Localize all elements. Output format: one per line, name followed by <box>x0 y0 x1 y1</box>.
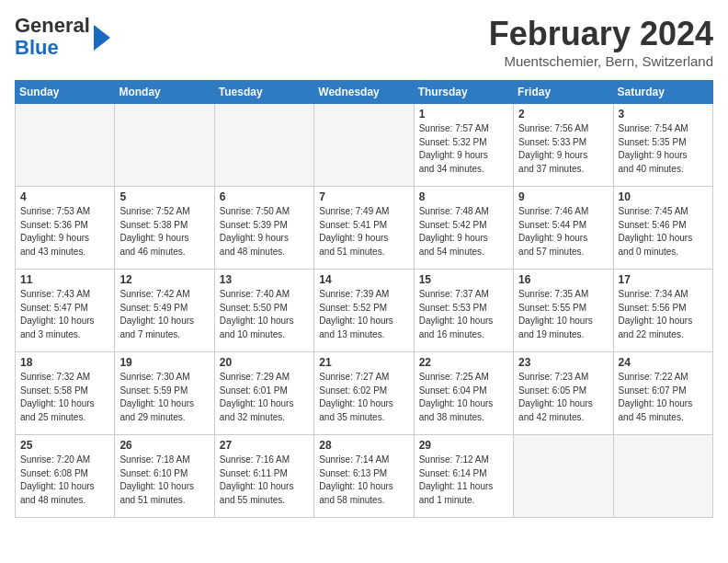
calendar-day-cell: 9Sunrise: 7:46 AM Sunset: 5:44 PM Daylig… <box>514 187 613 270</box>
calendar-day-cell: 4Sunrise: 7:53 AM Sunset: 5:36 PM Daylig… <box>16 187 115 270</box>
calendar-week-row: 25Sunrise: 7:20 AM Sunset: 6:08 PM Dayli… <box>16 435 713 518</box>
calendar-week-row: 11Sunrise: 7:43 AM Sunset: 5:47 PM Dayli… <box>16 270 713 352</box>
calendar-day-cell: 3Sunrise: 7:54 AM Sunset: 5:35 PM Daylig… <box>613 104 712 187</box>
calendar-day-cell: 13Sunrise: 7:40 AM Sunset: 5:50 PM Dayli… <box>214 270 313 352</box>
calendar-day-cell: 12Sunrise: 7:42 AM Sunset: 5:49 PM Dayli… <box>115 270 214 352</box>
calendar-day-cell: 23Sunrise: 7:23 AM Sunset: 6:05 PM Dayli… <box>514 352 613 435</box>
day-number: 28 <box>319 439 408 452</box>
location-subtitle: Muentschemier, Bern, Switzerland <box>489 53 713 69</box>
day-info: Sunrise: 7:22 AM Sunset: 6:07 PM Dayligh… <box>619 371 708 424</box>
day-info: Sunrise: 7:34 AM Sunset: 5:56 PM Dayligh… <box>619 288 708 341</box>
calendar-weekday-header: Saturday <box>613 81 712 104</box>
day-info: Sunrise: 7:16 AM Sunset: 6:11 PM Dayligh… <box>220 454 309 507</box>
day-number: 17 <box>619 273 708 286</box>
calendar-day-cell: 27Sunrise: 7:16 AM Sunset: 6:11 PM Dayli… <box>214 435 313 518</box>
calendar-weekday-header: Tuesday <box>214 81 313 104</box>
month-year-title: February 2024 <box>489 15 713 53</box>
calendar-day-cell <box>613 435 712 518</box>
calendar-week-row: 1Sunrise: 7:57 AM Sunset: 5:32 PM Daylig… <box>16 104 713 187</box>
calendar-header-row: SundayMondayTuesdayWednesdayThursdayFrid… <box>16 81 713 104</box>
day-number: 27 <box>220 439 309 452</box>
day-number: 3 <box>619 108 708 121</box>
calendar-day-cell <box>314 104 414 187</box>
calendar-day-cell: 29Sunrise: 7:12 AM Sunset: 6:14 PM Dayli… <box>414 435 513 518</box>
day-number: 21 <box>319 356 408 369</box>
day-number: 13 <box>220 273 309 286</box>
day-number: 15 <box>419 273 508 286</box>
calendar-day-cell: 8Sunrise: 7:48 AM Sunset: 5:42 PM Daylig… <box>414 187 513 270</box>
day-info: Sunrise: 7:46 AM Sunset: 5:44 PM Dayligh… <box>518 205 608 259</box>
calendar-day-cell <box>514 435 613 518</box>
calendar-day-cell: 7Sunrise: 7:49 AM Sunset: 5:41 PM Daylig… <box>314 187 414 270</box>
calendar-day-cell: 15Sunrise: 7:37 AM Sunset: 5:53 PM Dayli… <box>414 270 513 352</box>
calendar-weekday-header: Thursday <box>414 81 513 104</box>
calendar-day-cell: 5Sunrise: 7:52 AM Sunset: 5:38 PM Daylig… <box>115 187 214 270</box>
calendar-day-cell <box>115 104 214 187</box>
day-info: Sunrise: 7:39 AM Sunset: 5:52 PM Dayligh… <box>319 288 408 341</box>
day-number: 26 <box>119 439 209 452</box>
day-info: Sunrise: 7:12 AM Sunset: 6:14 PM Dayligh… <box>419 454 508 507</box>
day-number: 25 <box>20 439 109 452</box>
day-number: 11 <box>20 273 109 286</box>
day-info: Sunrise: 7:27 AM Sunset: 6:02 PM Dayligh… <box>319 371 408 424</box>
day-info: Sunrise: 7:35 AM Sunset: 5:55 PM Dayligh… <box>518 288 608 341</box>
calendar-day-cell: 17Sunrise: 7:34 AM Sunset: 5:56 PM Dayli… <box>613 270 712 352</box>
calendar-weekday-header: Sunday <box>16 81 115 104</box>
day-info: Sunrise: 7:43 AM Sunset: 5:47 PM Dayligh… <box>20 288 109 341</box>
day-info: Sunrise: 7:54 AM Sunset: 5:35 PM Dayligh… <box>619 122 708 176</box>
calendar-weekday-header: Wednesday <box>314 81 414 104</box>
day-info: Sunrise: 7:42 AM Sunset: 5:49 PM Dayligh… <box>119 288 209 341</box>
calendar-day-cell: 16Sunrise: 7:35 AM Sunset: 5:55 PM Dayli… <box>514 270 613 352</box>
logo-arrow-icon <box>94 25 110 51</box>
day-number: 16 <box>518 273 608 286</box>
calendar-day-cell: 18Sunrise: 7:32 AM Sunset: 5:58 PM Dayli… <box>16 352 115 435</box>
day-number: 14 <box>319 273 408 286</box>
day-info: Sunrise: 7:48 AM Sunset: 5:42 PM Dayligh… <box>419 205 508 259</box>
day-info: Sunrise: 7:49 AM Sunset: 5:41 PM Dayligh… <box>319 205 408 259</box>
calendar-day-cell: 2Sunrise: 7:56 AM Sunset: 5:33 PM Daylig… <box>514 104 613 187</box>
day-info: Sunrise: 7:45 AM Sunset: 5:46 PM Dayligh… <box>619 205 708 259</box>
day-number: 4 <box>20 190 109 203</box>
day-number: 20 <box>220 356 309 369</box>
title-section: February 2024 Muentschemier, Bern, Switz… <box>489 15 713 69</box>
day-number: 12 <box>119 273 209 286</box>
calendar-day-cell: 28Sunrise: 7:14 AM Sunset: 6:13 PM Dayli… <box>314 435 414 518</box>
day-number: 7 <box>319 190 408 203</box>
calendar-week-row: 18Sunrise: 7:32 AM Sunset: 5:58 PM Dayli… <box>16 352 713 435</box>
calendar-day-cell: 6Sunrise: 7:50 AM Sunset: 5:39 PM Daylig… <box>214 187 313 270</box>
day-info: Sunrise: 7:50 AM Sunset: 5:39 PM Dayligh… <box>220 205 309 259</box>
day-info: Sunrise: 7:29 AM Sunset: 6:01 PM Dayligh… <box>220 371 309 424</box>
logo: General Blue <box>15 15 110 59</box>
day-info: Sunrise: 7:20 AM Sunset: 6:08 PM Dayligh… <box>20 454 109 507</box>
day-number: 2 <box>518 108 608 121</box>
calendar-day-cell: 26Sunrise: 7:18 AM Sunset: 6:10 PM Dayli… <box>115 435 214 518</box>
calendar-weekday-header: Friday <box>514 81 613 104</box>
day-number: 29 <box>419 439 508 452</box>
day-number: 6 <box>220 190 309 203</box>
day-number: 18 <box>20 356 109 369</box>
day-info: Sunrise: 7:37 AM Sunset: 5:53 PM Dayligh… <box>419 288 508 341</box>
day-number: 9 <box>518 190 608 203</box>
calendar-day-cell <box>214 104 313 187</box>
day-info: Sunrise: 7:40 AM Sunset: 5:50 PM Dayligh… <box>220 288 309 341</box>
day-info: Sunrise: 7:57 AM Sunset: 5:32 PM Dayligh… <box>419 122 508 176</box>
calendar-day-cell: 19Sunrise: 7:30 AM Sunset: 5:59 PM Dayli… <box>115 352 214 435</box>
day-number: 10 <box>619 190 708 203</box>
calendar-day-cell: 14Sunrise: 7:39 AM Sunset: 5:52 PM Dayli… <box>314 270 414 352</box>
day-number: 5 <box>119 190 209 203</box>
calendar-day-cell: 11Sunrise: 7:43 AM Sunset: 5:47 PM Dayli… <box>16 270 115 352</box>
calendar-body: 1Sunrise: 7:57 AM Sunset: 5:32 PM Daylig… <box>16 104 713 518</box>
calendar-day-cell <box>16 104 115 187</box>
day-info: Sunrise: 7:25 AM Sunset: 6:04 PM Dayligh… <box>419 371 508 424</box>
day-number: 22 <box>419 356 508 369</box>
day-info: Sunrise: 7:56 AM Sunset: 5:33 PM Dayligh… <box>518 122 608 176</box>
calendar-day-cell: 22Sunrise: 7:25 AM Sunset: 6:04 PM Dayli… <box>414 352 513 435</box>
day-number: 19 <box>119 356 209 369</box>
calendar-weekday-header: Monday <box>115 81 214 104</box>
day-number: 8 <box>419 190 508 203</box>
calendar-day-cell: 24Sunrise: 7:22 AM Sunset: 6:07 PM Dayli… <box>613 352 712 435</box>
calendar-table: SundayMondayTuesdayWednesdayThursdayFrid… <box>15 80 713 518</box>
day-number: 23 <box>518 356 608 369</box>
day-info: Sunrise: 7:30 AM Sunset: 5:59 PM Dayligh… <box>119 371 209 424</box>
day-info: Sunrise: 7:14 AM Sunset: 6:13 PM Dayligh… <box>319 454 408 507</box>
